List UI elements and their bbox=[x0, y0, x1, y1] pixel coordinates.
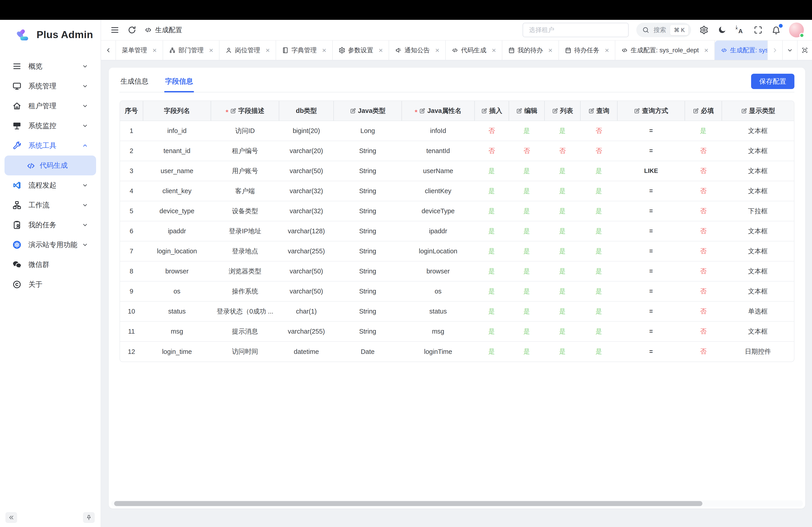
cell[interactable]: 是 bbox=[580, 261, 617, 281]
cell[interactable]: 浏览器类型 bbox=[211, 261, 279, 281]
tab-close-icon[interactable]: × bbox=[153, 47, 157, 54]
cell[interactable]: clientKey bbox=[402, 181, 475, 201]
sidebar-item-flow[interactable]: 流程发起 bbox=[0, 175, 101, 195]
notification-bell-button[interactable] bbox=[771, 25, 781, 35]
tabs-dropdown-button[interactable] bbox=[782, 41, 797, 60]
cell[interactable]: 单选框 bbox=[722, 301, 794, 321]
cell[interactable]: 访问ID bbox=[211, 121, 279, 141]
cell[interactable]: 否 bbox=[580, 141, 617, 161]
cell[interactable]: 登录地点 bbox=[211, 241, 279, 261]
cell[interactable]: 是 bbox=[509, 201, 545, 221]
tab-close-icon[interactable]: × bbox=[492, 47, 496, 54]
tab-close-icon[interactable]: × bbox=[605, 47, 609, 54]
cell[interactable]: 否 bbox=[685, 321, 722, 342]
cell[interactable]: 否 bbox=[509, 141, 545, 161]
cell[interactable]: 否 bbox=[475, 121, 509, 141]
cell[interactable]: String bbox=[334, 161, 402, 181]
cell[interactable]: String bbox=[334, 321, 402, 342]
page-tab[interactable]: 参数设置× bbox=[333, 41, 389, 60]
cell[interactable]: 文本框 bbox=[722, 121, 794, 141]
cell[interactable]: 是 bbox=[545, 221, 580, 241]
sidebar-item-about[interactable]: 关于 bbox=[0, 274, 101, 295]
cell[interactable]: 是 bbox=[509, 261, 545, 281]
cell[interactable]: 否 bbox=[545, 141, 580, 161]
cell[interactable]: = bbox=[617, 181, 685, 201]
tab-close-icon[interactable]: × bbox=[209, 47, 213, 54]
cell[interactable]: userName bbox=[402, 161, 475, 181]
cell[interactable]: 日期控件 bbox=[722, 342, 794, 362]
cell[interactable]: 是 bbox=[580, 181, 617, 201]
cell[interactable]: = bbox=[617, 342, 685, 362]
cell[interactable]: String bbox=[334, 281, 402, 301]
cell[interactable]: 是 bbox=[509, 161, 545, 181]
cell[interactable]: 访问时间 bbox=[211, 342, 279, 362]
cell[interactable]: 是 bbox=[545, 181, 580, 201]
cell[interactable]: 是 bbox=[545, 301, 580, 321]
cell[interactable]: 是 bbox=[475, 181, 509, 201]
cell[interactable]: ipaddr bbox=[402, 221, 475, 241]
cell[interactable]: 是 bbox=[580, 301, 617, 321]
cell[interactable]: 否 bbox=[685, 342, 722, 362]
cell[interactable]: loginLocation bbox=[402, 241, 475, 261]
tab-close-icon[interactable]: × bbox=[265, 47, 270, 54]
cell[interactable]: 是 bbox=[509, 121, 545, 141]
cell[interactable]: = bbox=[617, 321, 685, 342]
translate-language-button[interactable]: xA bbox=[735, 25, 745, 35]
cell[interactable]: 文本框 bbox=[722, 241, 794, 261]
cell[interactable]: status bbox=[402, 301, 475, 321]
sidebar-item-codegen[interactable]: 代码生成 bbox=[4, 155, 96, 175]
cell[interactable]: 是 bbox=[545, 261, 580, 281]
cell[interactable]: = bbox=[617, 241, 685, 261]
sidebar-item-monitor[interactable]: 系统监控 bbox=[0, 116, 101, 136]
cell[interactable]: 是 bbox=[685, 121, 722, 141]
cell[interactable]: os bbox=[402, 281, 475, 301]
cell[interactable]: = bbox=[617, 141, 685, 161]
tab-close-icon[interactable]: × bbox=[435, 47, 439, 54]
settings-gear-button[interactable] bbox=[699, 25, 709, 35]
cell[interactable]: String bbox=[334, 301, 402, 321]
tab-field-info[interactable]: 字段信息 bbox=[164, 71, 194, 92]
cell[interactable]: 是 bbox=[509, 301, 545, 321]
cell[interactable]: 是 bbox=[509, 281, 545, 301]
cell[interactable]: 是 bbox=[580, 201, 617, 221]
cell[interactable]: 是 bbox=[580, 342, 617, 362]
sidebar-item-tenant[interactable]: 租户管理 bbox=[0, 96, 101, 116]
hamburger-menu-icon[interactable] bbox=[110, 25, 119, 35]
cell[interactable]: Date bbox=[334, 342, 402, 362]
cell[interactable]: 文本框 bbox=[722, 261, 794, 281]
cell[interactable]: 是 bbox=[509, 342, 545, 362]
cell[interactable]: Long bbox=[334, 121, 402, 141]
brand-logo-row[interactable]: Plus Admin bbox=[0, 20, 101, 49]
global-search-button[interactable]: 搜索 ⌘ K bbox=[636, 23, 691, 37]
sidebar-item-system[interactable]: 系统管理 bbox=[0, 76, 101, 96]
cell[interactable]: 是 bbox=[475, 301, 509, 321]
cell[interactable]: deviceType bbox=[402, 201, 475, 221]
tab-close-icon[interactable]: × bbox=[704, 47, 709, 54]
cell[interactable]: 否 bbox=[685, 141, 722, 161]
page-tab[interactable]: 部门管理× bbox=[163, 41, 220, 60]
sidebar-item-demo[interactable]: 演示站专用功能 bbox=[0, 235, 101, 255]
sidebar-item-mytasks[interactable]: 我的任务 bbox=[0, 215, 101, 235]
cell[interactable]: 是 bbox=[580, 281, 617, 301]
cell[interactable]: 否 bbox=[685, 161, 722, 181]
sidebar-item-overview[interactable]: 概览 bbox=[0, 56, 101, 76]
cell[interactable]: 提示消息 bbox=[211, 321, 279, 342]
page-tab[interactable]: 通知公告× bbox=[389, 41, 446, 60]
cell[interactable]: String bbox=[334, 141, 402, 161]
fullscreen-button[interactable] bbox=[753, 25, 763, 35]
cell[interactable]: 是 bbox=[509, 241, 545, 261]
dark-mode-moon-button[interactable] bbox=[717, 25, 727, 35]
cell[interactable]: 是 bbox=[545, 201, 580, 221]
page-tab[interactable]: 代码生成× bbox=[446, 41, 502, 60]
cell[interactable]: 登录IP地址 bbox=[211, 221, 279, 241]
cell[interactable]: 否 bbox=[685, 221, 722, 241]
cell[interactable]: 是 bbox=[545, 281, 580, 301]
cell[interactable]: 客户端 bbox=[211, 181, 279, 201]
cell[interactable]: infoId bbox=[402, 121, 475, 141]
cell[interactable]: 是 bbox=[475, 221, 509, 241]
cell[interactable]: 文本框 bbox=[722, 221, 794, 241]
cell[interactable]: 租户编号 bbox=[211, 141, 279, 161]
cell[interactable]: 操作系统 bbox=[211, 281, 279, 301]
sidebar-item-workflow[interactable]: 工作流 bbox=[0, 195, 101, 215]
tab-generate-info[interactable]: 生成信息 bbox=[119, 71, 149, 92]
